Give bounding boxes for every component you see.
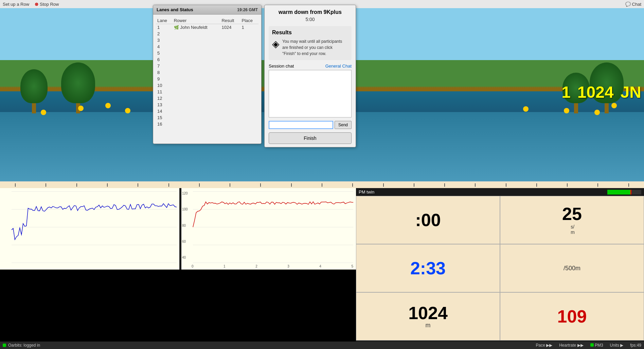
cell-lane: 12 bbox=[156, 95, 173, 102]
col-rower: Rower bbox=[173, 17, 220, 24]
session-chat-section: Session chat General Chat Send bbox=[269, 63, 352, 129]
buoy bbox=[41, 110, 46, 115]
chart-right-x-labels: 0 1 2 3 4 5 bbox=[192, 264, 353, 268]
table-row: 4 bbox=[156, 43, 258, 50]
tree-crown bbox=[61, 62, 95, 103]
cell-rower bbox=[173, 82, 220, 89]
tree-trunk bbox=[605, 103, 609, 113]
units-status[interactable]: Units ▶ bbox=[610, 343, 624, 348]
status-text: Oarbits: logged in bbox=[8, 343, 40, 348]
pm-meters-value: 1024 bbox=[408, 304, 448, 322]
cell-result: 1024 bbox=[220, 24, 240, 31]
rower-icon: 🌿 bbox=[174, 25, 179, 30]
cell-lane: 2 bbox=[156, 31, 173, 37]
table-row: 1🌿 John Neufeldt10241 bbox=[156, 24, 258, 31]
status-left: Oarbits: logged in bbox=[3, 343, 40, 348]
cell-rower bbox=[173, 43, 220, 50]
pm-pace-cell: 2:33 bbox=[356, 244, 500, 292]
lane-tick bbox=[138, 183, 138, 187]
chat-icon: 💬 bbox=[625, 2, 631, 7]
units-arrow-icon: ▶ bbox=[620, 343, 623, 348]
y-label: 80 bbox=[182, 224, 188, 227]
send-button[interactable]: Send bbox=[335, 121, 352, 129]
table-row: 5 bbox=[156, 50, 258, 56]
buoy bbox=[78, 106, 84, 111]
x-label: 1 bbox=[223, 264, 226, 268]
lane-tick bbox=[475, 183, 476, 187]
stop-row-button[interactable]: ⊗ Stop Row bbox=[35, 2, 59, 7]
setup-row-button[interactable]: Set up a Row bbox=[3, 2, 29, 7]
session-chat-label: Session chat bbox=[269, 63, 294, 69]
lanes-table-body: 1🌿 John Neufeldt102412345678910111213141… bbox=[156, 24, 258, 128]
cell-lane: 10 bbox=[156, 82, 173, 89]
cell-lane: 5 bbox=[156, 50, 173, 56]
status-indicator bbox=[3, 344, 6, 347]
table-row: 11 bbox=[156, 89, 258, 95]
table-row: 15 bbox=[156, 114, 258, 121]
pm-meters-unit: m bbox=[426, 322, 431, 329]
buoy bbox=[594, 110, 600, 115]
workout-title: warm down from 9Kplus bbox=[269, 9, 352, 15]
charts-area: 2:00 2:10 2:20 2:30 2:40 0 1 2 3 4 5 120… bbox=[0, 188, 356, 270]
finish-button[interactable]: Finish bbox=[269, 132, 352, 144]
chat-label: Chat bbox=[632, 2, 641, 7]
buoy bbox=[523, 106, 529, 112]
table-row: 13 bbox=[156, 102, 258, 108]
cell-result bbox=[220, 121, 240, 127]
results-section: Results ◈ You may wait until all partici… bbox=[269, 26, 352, 60]
cell-lane: 9 bbox=[156, 76, 173, 82]
heartrate-status[interactable]: Heartrate ▶▶ bbox=[559, 343, 583, 348]
tree-left-1 bbox=[20, 69, 48, 113]
hud-meters: 1024 bbox=[577, 83, 614, 102]
buoy bbox=[564, 108, 569, 113]
lane-strip bbox=[0, 181, 644, 188]
cell-rower bbox=[173, 76, 220, 82]
cell-place bbox=[240, 56, 258, 63]
cell-lane: 1 bbox=[156, 24, 173, 31]
pm-progress-marker bbox=[630, 190, 631, 195]
results-icon: ◈ bbox=[272, 38, 280, 50]
chart-right: 120 100 80 60 40 0 1 2 3 4 5 bbox=[181, 188, 356, 270]
x-label: 2 bbox=[255, 264, 257, 268]
pm-panel-title: PM twin bbox=[359, 189, 374, 195]
lane-tick bbox=[230, 183, 230, 187]
chat-button[interactable]: 💬 Chat bbox=[625, 2, 641, 7]
table-row: 10 bbox=[156, 82, 258, 89]
cell-rower: 🌿 John Neufeldt bbox=[173, 24, 220, 31]
lanes-table: Lane Rower Result Place 1🌿 John Neufeldt… bbox=[156, 17, 258, 127]
cell-lane: 3 bbox=[156, 37, 173, 43]
cell-rower bbox=[173, 69, 220, 76]
lane-tick bbox=[199, 183, 200, 187]
hud-initials: JN bbox=[621, 83, 641, 102]
heartrate-chart-canvas bbox=[181, 188, 356, 270]
cell-result bbox=[220, 37, 240, 43]
pace-arrow-icon: ▶▶ bbox=[546, 343, 552, 348]
cell-result bbox=[220, 108, 240, 114]
results-icon-row: ◈ You may wait until all participants ar… bbox=[272, 38, 348, 57]
heartrate-arrow-icon: ▶▶ bbox=[577, 343, 584, 348]
cell-result bbox=[220, 31, 240, 37]
pm-grid: :00 25 s/ m 2:33 /500m 1024 m 109 bbox=[356, 196, 644, 341]
cell-rower bbox=[173, 121, 220, 127]
cell-rower bbox=[173, 102, 220, 108]
lane-tick bbox=[46, 183, 46, 187]
cell-rower bbox=[173, 89, 220, 95]
general-chat-link[interactable]: General Chat bbox=[325, 63, 352, 69]
pm-spm-cell: 25 s/ m bbox=[500, 196, 644, 244]
cell-lane: 14 bbox=[156, 108, 173, 114]
chart-left: 2:00 2:10 2:20 2:30 2:40 0 1 2 3 4 5 bbox=[0, 188, 179, 270]
chat-input[interactable] bbox=[269, 121, 333, 129]
cell-lane: 13 bbox=[156, 102, 173, 108]
chat-area[interactable] bbox=[269, 70, 352, 117]
tree-crown bbox=[20, 69, 48, 103]
cell-lane: 6 bbox=[156, 56, 173, 63]
lanes-modal-title: Lanes and Status bbox=[157, 7, 193, 12]
pm-time-value: :00 bbox=[415, 211, 441, 229]
cell-place bbox=[240, 82, 258, 89]
cell-result bbox=[220, 56, 240, 63]
pm-spm-unit-bot: m bbox=[571, 229, 575, 235]
x-label: 5 bbox=[351, 264, 353, 268]
pace-status[interactable]: Pace ▶▶ bbox=[536, 343, 553, 348]
cell-result bbox=[220, 82, 240, 89]
cell-place bbox=[240, 102, 258, 108]
